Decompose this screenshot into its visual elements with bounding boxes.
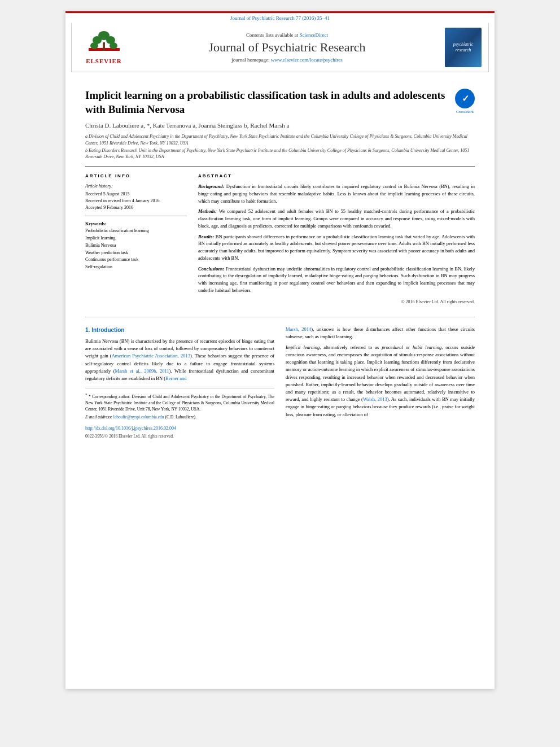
abstract-methods: Methods: We compared 52 adolescent and a…: [198, 208, 475, 229]
conclusions-label: Conclusions:: [198, 266, 224, 272]
article-info-heading: Article Info: [85, 173, 187, 180]
procedural-term: procedural: [382, 344, 403, 350]
keywords-list: Probabilistic classification learning Im…: [85, 228, 187, 271]
section-title: 1. Introduction: [85, 326, 274, 335]
copyright-line: © 2016 Elsevier Ltd. All rights reserved…: [198, 299, 475, 305]
ref-apa-link[interactable]: American Psychiatric Association, 2013: [112, 353, 190, 359]
doi-line: http://dx.doi.org/10.1016/j.jpsychires.2…: [85, 425, 274, 432]
svg-text:✓: ✓: [461, 94, 469, 103]
crossmark-icon: ✓: [455, 89, 475, 108]
methods-text: We compared 52 adolescent and adult fema…: [198, 208, 475, 229]
body-left-col: 1. Introduction Bulimia Nervosa (BN) is …: [85, 326, 274, 439]
abstract-conclusions: Conclusions: Frontostriatal dysfunction …: [198, 265, 475, 294]
revised-date: Received in revised form 4 January 2016: [85, 198, 187, 204]
abstract-results: Results: BN participants showed differen…: [198, 233, 475, 262]
ref-walsh-link[interactable]: Walsh, 2013: [363, 396, 387, 402]
accepted-date: Accepted 9 February 2016: [85, 204, 187, 211]
contents-line: Contents lists available at ScienceDirec…: [135, 32, 439, 38]
crossmark-area: ✓ CrossMark: [455, 89, 475, 114]
keyword-6: Self-regulation: [85, 264, 187, 271]
intro-paragraph-3: Implicit learning, alternatively referre…: [286, 344, 475, 418]
ref-marsh2014-link[interactable]: Marsh, 2014: [286, 326, 311, 332]
ref-berner-link[interactable]: Berner and: [165, 375, 187, 381]
authors-line: Christa D. Labouliere a, *, Kate Terrano…: [85, 122, 475, 129]
keyword-1: Probabilistic classification learning: [85, 228, 187, 235]
intro-paragraph-1: Bulimia Nervosa (BN) is characterized by…: [85, 338, 274, 382]
results-text: BN participants showed differences in pe…: [198, 234, 475, 261]
keyword-3: Bulimia Nervosa: [85, 242, 187, 250]
footnote-section: * * Corresponding author. Division of Ch…: [85, 388, 274, 439]
abstract-background: Background: Dysfunction in frontostriata…: [198, 183, 475, 204]
main-content: ✓ CrossMark Implicit learning on a proba…: [65, 72, 495, 448]
journal-bar-text: Journal of Psychiatric Research 77 (2016…: [230, 15, 330, 21]
conclusions-text: Frontostriatal dysfunction may underlie …: [198, 266, 475, 293]
keyword-5: Continuous performance task: [85, 256, 187, 264]
journal-thumbnail: psychiatric research: [445, 28, 482, 67]
keywords-label: Keywords:: [85, 221, 187, 228]
habit-term: habit learning: [413, 344, 441, 350]
affiliation-b: b Eating Disorders Research Unit in the …: [85, 147, 475, 160]
email-person: (C.D. Labouliere).: [165, 414, 196, 420]
svg-point-4: [90, 42, 98, 49]
received-date: Received 5 August 2015: [85, 191, 187, 198]
journal-homepage: journal homepage: www.elsevier.com/locat…: [135, 57, 439, 63]
homepage-link[interactable]: www.elsevier.com/locate/psychires: [271, 57, 343, 63]
crossmark-label: CrossMark: [455, 110, 475, 114]
issn-line: 0022-3956/© 2016 Elsevier Ltd. All right…: [85, 433, 274, 439]
journal-title: Journal of Psychiatric Research: [135, 40, 439, 55]
abstract-heading: Abstract: [198, 173, 475, 180]
implicit-learning-term: Implicit learning: [286, 344, 320, 350]
results-label: Results:: [198, 234, 214, 239]
elsevier-logo: ELSEVIER: [78, 31, 129, 64]
page: Journal of Psychiatric Research 77 (2016…: [65, 11, 495, 689]
background-text: Dysfunction in frontostriatal circuits l…: [198, 184, 475, 204]
affiliations: a Division of Child and Adolescent Psych…: [85, 133, 475, 160]
email-note: E-mail address: laboulie@nyspi.columbia.…: [85, 414, 274, 420]
info-abstract-section: Article Info Article history: Received 5…: [85, 167, 475, 305]
corresponding-author-note: * * Corresponding author. Division of Ch…: [85, 392, 274, 412]
doi-link[interactable]: http://dx.doi.org/10.1016/j.jpsychires.2…: [85, 426, 176, 431]
sciencedirect-link[interactable]: ScienceDirect: [300, 32, 328, 38]
journal-banner: ELSEVIER Contents lists available at Sci…: [71, 23, 489, 72]
article-title: Implicit learning on a probabilistic cla…: [85, 89, 475, 116]
email-link[interactable]: laboulie@nyspi.columbia.edu: [113, 414, 164, 420]
introduction-section: 1. Introduction Bulimia Nervosa (BN) is …: [85, 317, 475, 439]
abstract-section: Abstract Background: Dysfunction in fron…: [198, 173, 475, 305]
background-label: Background:: [198, 184, 224, 189]
svg-point-5: [110, 42, 117, 49]
journal-header-bar: Journal of Psychiatric Research 77 (2016…: [65, 11, 495, 23]
title-area: ✓ CrossMark Implicit learning on a proba…: [85, 89, 475, 122]
svg-rect-6: [103, 42, 105, 51]
intro-paragraph-2: Marsh, 2014), unknown is how these distu…: [286, 326, 475, 340]
methods-label: Methods:: [198, 208, 217, 214]
article-info-panel: Article Info Article history: Received 5…: [85, 173, 187, 305]
journal-center: Contents lists available at ScienceDirec…: [129, 32, 445, 63]
elsevier-brand-text: ELSEVIER: [86, 58, 122, 64]
divider: [85, 216, 187, 216]
affiliation-a: a Division of Child and Adolescent Psych…: [85, 133, 475, 146]
keyword-4: Weather prediction task: [85, 250, 187, 257]
keyword-2: Implicit learning: [85, 235, 187, 242]
history-label: Article history:: [85, 183, 187, 190]
email-label: E-mail address:: [85, 414, 112, 420]
ref-marsh-link[interactable]: Marsh et al., 2009b, 2011: [115, 368, 169, 374]
body-right-col: Marsh, 2014), unknown is how these distu…: [286, 326, 475, 439]
body-columns: 1. Introduction Bulimia Nervosa (BN) is …: [85, 326, 475, 439]
elsevier-tree-icon: [89, 31, 120, 56]
